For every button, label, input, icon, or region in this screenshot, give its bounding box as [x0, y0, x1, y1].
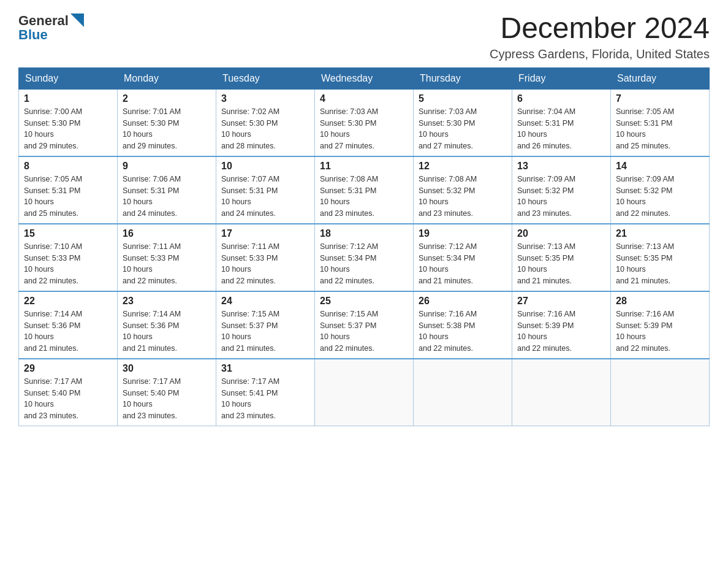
- day-info: Sunrise: 7:12 AMSunset: 5:34 PM10 hoursa…: [419, 241, 507, 287]
- table-row: 17Sunrise: 7:11 AMSunset: 5:33 PM10 hour…: [216, 224, 315, 291]
- day-info: Sunrise: 7:03 AMSunset: 5:30 PM10 hoursa…: [419, 106, 507, 152]
- day-info: Sunrise: 7:08 AMSunset: 5:32 PM10 hoursa…: [419, 174, 507, 220]
- day-info: Sunrise: 7:10 AMSunset: 5:33 PM10 hoursa…: [24, 241, 112, 287]
- table-row: 18Sunrise: 7:12 AMSunset: 5:34 PM10 hour…: [315, 224, 414, 291]
- day-info: Sunrise: 7:06 AMSunset: 5:31 PM10 hoursa…: [123, 174, 211, 220]
- calendar-week-row: 29Sunrise: 7:17 AMSunset: 5:40 PM10 hour…: [19, 359, 710, 426]
- day-number: 2: [123, 93, 211, 104]
- day-info: Sunrise: 7:14 AMSunset: 5:36 PM10 hoursa…: [24, 308, 112, 354]
- table-row: 3Sunrise: 7:02 AMSunset: 5:30 PM10 hours…: [216, 89, 315, 156]
- logo: General Blue: [18, 12, 84, 43]
- table-row: 5Sunrise: 7:03 AMSunset: 5:30 PM10 hours…: [414, 89, 512, 156]
- day-number: 25: [320, 296, 408, 307]
- table-row: 25Sunrise: 7:15 AMSunset: 5:37 PM10 hour…: [315, 291, 414, 359]
- day-info: Sunrise: 7:17 AMSunset: 5:41 PM10 hoursa…: [221, 376, 309, 422]
- day-number: 12: [419, 161, 507, 172]
- page-header: General Blue December 2024 Cypress Garde…: [18, 12, 710, 61]
- table-row: 27Sunrise: 7:16 AMSunset: 5:39 PM10 hour…: [512, 291, 611, 359]
- table-row: 22Sunrise: 7:14 AMSunset: 5:36 PM10 hour…: [19, 291, 118, 359]
- day-number: 28: [616, 296, 704, 307]
- header-friday: Friday: [512, 67, 611, 89]
- table-row: 21Sunrise: 7:13 AMSunset: 5:35 PM10 hour…: [611, 224, 710, 291]
- table-row: 2Sunrise: 7:01 AMSunset: 5:30 PM10 hours…: [118, 89, 216, 156]
- table-row: 10Sunrise: 7:07 AMSunset: 5:31 PM10 hour…: [216, 156, 315, 224]
- table-row: 23Sunrise: 7:14 AMSunset: 5:36 PM10 hour…: [118, 291, 216, 359]
- table-row: 28Sunrise: 7:16 AMSunset: 5:39 PM10 hour…: [611, 291, 710, 359]
- day-number: 6: [517, 93, 605, 104]
- table-row: 12Sunrise: 7:08 AMSunset: 5:32 PM10 hour…: [414, 156, 512, 224]
- day-info: Sunrise: 7:05 AMSunset: 5:31 PM10 hoursa…: [24, 174, 112, 220]
- day-number: 27: [517, 296, 605, 307]
- day-info: Sunrise: 7:15 AMSunset: 5:37 PM10 hoursa…: [320, 308, 408, 354]
- day-info: Sunrise: 7:16 AMSunset: 5:39 PM10 hoursa…: [616, 308, 704, 354]
- table-row: 6Sunrise: 7:04 AMSunset: 5:31 PM10 hours…: [512, 89, 611, 156]
- day-info: Sunrise: 7:00 AMSunset: 5:30 PM10 hoursa…: [24, 106, 112, 152]
- day-number: 4: [320, 93, 408, 104]
- table-row: [512, 359, 611, 426]
- day-number: 9: [123, 161, 211, 172]
- day-info: Sunrise: 7:09 AMSunset: 5:32 PM10 hoursa…: [517, 174, 605, 220]
- table-row: 4Sunrise: 7:03 AMSunset: 5:30 PM10 hours…: [315, 89, 414, 156]
- location-title: Cypress Gardens, Florida, United States: [490, 47, 710, 61]
- day-number: 19: [419, 228, 507, 239]
- day-info: Sunrise: 7:11 AMSunset: 5:33 PM10 hoursa…: [123, 241, 211, 287]
- day-number: 30: [123, 363, 211, 374]
- title-section: December 2024 Cypress Gardens, Florida, …: [490, 12, 710, 61]
- day-info: Sunrise: 7:01 AMSunset: 5:30 PM10 hoursa…: [123, 106, 211, 152]
- day-number: 26: [419, 296, 507, 307]
- day-info: Sunrise: 7:11 AMSunset: 5:33 PM10 hoursa…: [221, 241, 309, 287]
- day-number: 5: [419, 93, 507, 104]
- day-number: 21: [616, 228, 704, 239]
- day-number: 22: [24, 296, 112, 307]
- svg-marker-0: [70, 13, 84, 27]
- day-number: 29: [24, 363, 112, 374]
- calendar-week-row: 8Sunrise: 7:05 AMSunset: 5:31 PM10 hours…: [19, 156, 710, 224]
- day-number: 14: [616, 161, 704, 172]
- day-number: 20: [517, 228, 605, 239]
- header-monday: Monday: [118, 67, 216, 89]
- day-number: 10: [221, 161, 309, 172]
- calendar-week-row: 1Sunrise: 7:00 AMSunset: 5:30 PM10 hours…: [19, 89, 710, 156]
- header-wednesday: Wednesday: [315, 67, 414, 89]
- day-number: 15: [24, 228, 112, 239]
- day-info: Sunrise: 7:08 AMSunset: 5:31 PM10 hoursa…: [320, 174, 408, 220]
- day-info: Sunrise: 7:15 AMSunset: 5:37 PM10 hoursa…: [221, 308, 309, 354]
- calendar-week-row: 15Sunrise: 7:10 AMSunset: 5:33 PM10 hour…: [19, 224, 710, 291]
- calendar-week-row: 22Sunrise: 7:14 AMSunset: 5:36 PM10 hour…: [19, 291, 710, 359]
- table-row: 29Sunrise: 7:17 AMSunset: 5:40 PM10 hour…: [19, 359, 118, 426]
- table-row: 15Sunrise: 7:10 AMSunset: 5:33 PM10 hour…: [19, 224, 118, 291]
- day-number: 24: [221, 296, 309, 307]
- day-number: 3: [221, 93, 309, 104]
- header-sunday: Sunday: [19, 67, 118, 89]
- day-info: Sunrise: 7:03 AMSunset: 5:30 PM10 hoursa…: [320, 106, 408, 152]
- day-number: 11: [320, 161, 408, 172]
- table-row: 9Sunrise: 7:06 AMSunset: 5:31 PM10 hours…: [118, 156, 216, 224]
- table-row: 14Sunrise: 7:09 AMSunset: 5:32 PM10 hour…: [611, 156, 710, 224]
- table-row: 26Sunrise: 7:16 AMSunset: 5:38 PM10 hour…: [414, 291, 512, 359]
- logo-blue-text: Blue: [18, 27, 48, 43]
- day-number: 31: [221, 363, 309, 374]
- day-info: Sunrise: 7:16 AMSunset: 5:39 PM10 hoursa…: [517, 308, 605, 354]
- table-row: 16Sunrise: 7:11 AMSunset: 5:33 PM10 hour…: [118, 224, 216, 291]
- day-info: Sunrise: 7:13 AMSunset: 5:35 PM10 hoursa…: [517, 241, 605, 287]
- table-row: 1Sunrise: 7:00 AMSunset: 5:30 PM10 hours…: [19, 89, 118, 156]
- header-thursday: Thursday: [414, 67, 512, 89]
- table-row: 11Sunrise: 7:08 AMSunset: 5:31 PM10 hour…: [315, 156, 414, 224]
- table-row: 13Sunrise: 7:09 AMSunset: 5:32 PM10 hour…: [512, 156, 611, 224]
- header-tuesday: Tuesday: [216, 67, 315, 89]
- table-row: [611, 359, 710, 426]
- logo-triangle-icon: [70, 13, 84, 27]
- table-row: 31Sunrise: 7:17 AMSunset: 5:41 PM10 hour…: [216, 359, 315, 426]
- day-info: Sunrise: 7:04 AMSunset: 5:31 PM10 hoursa…: [517, 106, 605, 152]
- day-number: 8: [24, 161, 112, 172]
- day-number: 1: [24, 93, 112, 104]
- day-info: Sunrise: 7:17 AMSunset: 5:40 PM10 hoursa…: [123, 376, 211, 422]
- calendar-header-row: Sunday Monday Tuesday Wednesday Thursday…: [19, 67, 710, 89]
- day-info: Sunrise: 7:16 AMSunset: 5:38 PM10 hoursa…: [419, 308, 507, 354]
- day-number: 16: [123, 228, 211, 239]
- day-info: Sunrise: 7:05 AMSunset: 5:31 PM10 hoursa…: [616, 106, 704, 152]
- table-row: 19Sunrise: 7:12 AMSunset: 5:34 PM10 hour…: [414, 224, 512, 291]
- day-number: 17: [221, 228, 309, 239]
- table-row: [414, 359, 512, 426]
- table-row: 24Sunrise: 7:15 AMSunset: 5:37 PM10 hour…: [216, 291, 315, 359]
